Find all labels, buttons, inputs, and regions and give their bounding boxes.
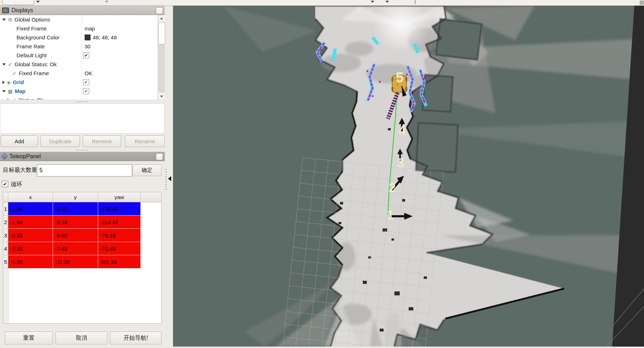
toolbar-dropdown-icon[interactable] bbox=[371, 1, 374, 3]
cell-x[interactable]: -2.20 bbox=[8, 242, 53, 255]
expand-arrow-icon[interactable] bbox=[3, 81, 5, 84]
cell-x[interactable]: -1.98 bbox=[8, 202, 53, 216]
cell-x[interactable]: -2.33 bbox=[8, 229, 53, 242]
scrollbar-thumb[interactable] bbox=[158, 22, 165, 44]
loop-checkbox[interactable] bbox=[2, 181, 8, 187]
tree-row-grid[interactable]: ◈ Grid bbox=[0, 78, 165, 87]
status-ok-icon: ✓ bbox=[12, 70, 17, 77]
cell-yaw[interactable]: -79.18 bbox=[98, 229, 141, 242]
table-row[interactable]: 5 -1.59 -11.55 101.33 bbox=[3, 255, 161, 269]
cell-y[interactable]: -11.55 bbox=[53, 255, 98, 269]
start-navigation-button[interactable]: 开始导航! bbox=[110, 332, 162, 344]
confirm-button[interactable]: 确定 bbox=[133, 164, 162, 176]
cell-x[interactable]: -1.59 bbox=[8, 255, 53, 269]
tree-row-global-options[interactable]: ⚙ Global Options bbox=[0, 15, 165, 24]
toolbar-caret-icon[interactable] bbox=[105, 1, 109, 3]
cell-yaw[interactable]: -170.43 bbox=[98, 202, 141, 216]
cell-y[interactable]: -1.23 bbox=[53, 202, 98, 216]
cell-y[interactable]: -5.02 bbox=[53, 229, 98, 242]
map-enable-checkbox[interactable] bbox=[83, 88, 89, 94]
waypoint-label-2: 2 bbox=[389, 180, 396, 195]
toolbar-tool-button[interactable] bbox=[2, 0, 34, 5]
remove-display-button[interactable]: Remove bbox=[83, 135, 121, 147]
cancel-button[interactable]: 取消 bbox=[56, 332, 107, 344]
table-row[interactable]: 2 -1.94 -3.18 -114.42 bbox=[3, 216, 161, 229]
map-render: 1 2 3 4 5 bbox=[173, 6, 644, 347]
displays-panel-titlebar[interactable]: Displays bbox=[0, 6, 165, 15]
tree-row-frame-rate[interactable]: Frame Rate 30 bbox=[0, 42, 165, 51]
grid-display-icon: ◈ bbox=[7, 80, 11, 85]
reset-button[interactable]: 重置 bbox=[5, 332, 53, 344]
collapse-arrow-icon[interactable] bbox=[2, 90, 6, 92]
tree-row-fixed-frame[interactable]: Fixed Frame map bbox=[0, 24, 165, 33]
panel-splitter[interactable] bbox=[76, 101, 88, 103]
column-header-x[interactable]: x bbox=[8, 192, 53, 202]
scrollbar-trough[interactable] bbox=[158, 44, 165, 92]
tree-row-background-color[interactable]: Background Color 48; 48; 48 bbox=[0, 33, 165, 42]
displays-tree: ⚙ Global Options Fixed Frame map Backgro… bbox=[0, 15, 165, 100]
toolbar-caret-icon[interactable] bbox=[36, 1, 40, 3]
rviz-window: { "displays_panel": { "title": "Displays… bbox=[0, 0, 644, 348]
tree-row-global-status[interactable]: ✓ Global Status: Ok bbox=[0, 60, 165, 69]
color-swatch[interactable] bbox=[85, 34, 91, 40]
row-number[interactable]: 5 bbox=[3, 255, 8, 269]
teleop-float-button[interactable] bbox=[156, 153, 163, 160]
scroll-up-button[interactable] bbox=[158, 15, 165, 21]
map-display-icon: ▦ bbox=[8, 89, 13, 94]
cell-yaw[interactable]: -114.42 bbox=[98, 216, 141, 229]
column-header-yaw[interactable]: yaw bbox=[98, 192, 141, 202]
status-ok-icon: ✓ bbox=[8, 61, 13, 68]
rename-display-button[interactable]: Rename bbox=[125, 135, 165, 147]
column-header-y[interactable]: y bbox=[53, 192, 98, 202]
waypoint-table: x y yaw 1 -1.98 -1.23 -170.43 2 -1.94 -3… bbox=[3, 192, 162, 324]
toolbar-separator bbox=[415, 0, 415, 4]
cell-y[interactable]: -3.18 bbox=[53, 216, 98, 229]
column-header-filler bbox=[141, 192, 161, 202]
default-light-checkbox[interactable] bbox=[83, 52, 89, 58]
teleop-panel-titlebar[interactable]: TeleopPanel bbox=[0, 152, 165, 161]
grid-enable-checkbox[interactable] bbox=[83, 79, 89, 85]
panel-collapse-arrow-icon[interactable] bbox=[168, 176, 171, 181]
tree-row-map[interactable]: ▦ Map bbox=[0, 87, 165, 96]
max-targets-input[interactable] bbox=[37, 164, 132, 177]
3d-viewport[interactable]: 1 2 3 4 5 bbox=[173, 6, 644, 347]
cell-yaw[interactable]: -72.40 bbox=[98, 242, 141, 255]
duplicate-display-button[interactable]: Duplicate bbox=[40, 135, 80, 147]
toolbar-dropdown-icon[interactable] bbox=[385, 1, 389, 3]
background-color-value[interactable]: 48; 48; 48 bbox=[85, 34, 117, 40]
teleop-panel-title: TeleopPanel bbox=[9, 153, 41, 160]
cell-yaw[interactable]: 101.33 bbox=[98, 255, 141, 269]
cell-x[interactable]: -1.94 bbox=[8, 216, 53, 229]
gear-icon: ⚙ bbox=[8, 17, 13, 22]
tree-row-default-light[interactable]: Default Light bbox=[0, 51, 165, 60]
row-number[interactable]: 2 bbox=[3, 216, 8, 229]
fixed-frame-value[interactable]: map bbox=[85, 25, 95, 32]
displays-float-button[interactable] bbox=[156, 7, 163, 14]
frame-rate-value[interactable]: 30 bbox=[85, 43, 91, 49]
expand-arrow-icon[interactable] bbox=[8, 98, 10, 100]
collapse-arrow-icon[interactable] bbox=[2, 63, 6, 66]
teleop-panel-icon bbox=[1, 153, 8, 159]
add-display-button[interactable]: Add bbox=[1, 135, 38, 147]
panel-splitter[interactable] bbox=[76, 149, 88, 151]
table-corner-cell[interactable] bbox=[3, 192, 8, 202]
row-number-strip bbox=[3, 269, 9, 323]
panel-collapse-handle[interactable] bbox=[165, 168, 167, 190]
cell-y[interactable]: -7.62 bbox=[53, 242, 98, 255]
max-targets-label: 目标最大数量 bbox=[3, 166, 37, 174]
row-number[interactable]: 4 bbox=[3, 242, 8, 255]
tree-row-map-status-clipped[interactable]: ✓ Status: Ok bbox=[0, 96, 165, 100]
table-row[interactable]: 4 -2.20 -7.62 -72.40 bbox=[3, 242, 161, 255]
row-number[interactable]: 1 bbox=[3, 202, 8, 216]
displays-icon bbox=[2, 8, 9, 13]
waypoint-label-5: 5 bbox=[396, 69, 404, 85]
scroll-down-button[interactable] bbox=[158, 93, 165, 100]
table-row[interactable]: 1 -1.98 -1.23 -170.43 bbox=[3, 202, 161, 216]
toolbar-corner-icon[interactable] bbox=[640, 1, 644, 5]
displays-scrollbar[interactable] bbox=[158, 15, 165, 100]
displays-panel-title: Displays bbox=[11, 7, 33, 14]
row-number[interactable]: 3 bbox=[3, 229, 8, 242]
collapse-arrow-icon[interactable] bbox=[2, 19, 6, 21]
tree-row-status-fixed-frame[interactable]: ✓ Fixed Frame OK bbox=[0, 69, 165, 78]
table-row[interactable]: 3 -2.33 -5.02 -79.18 bbox=[3, 229, 161, 242]
